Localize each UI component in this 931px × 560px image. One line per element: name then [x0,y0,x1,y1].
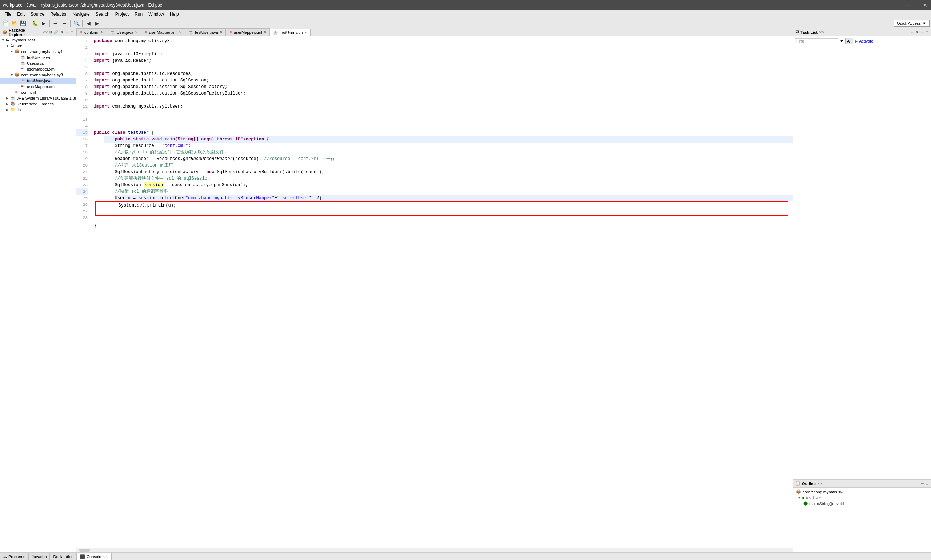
java-active-icon: ☕ [20,78,26,83]
tab-user-java[interactable]: ☕ User.java ✕ [107,28,141,35]
tab-testuser-java-active[interactable]: ☕ testUser.java ✕ [270,29,311,36]
code-text-area[interactable]: package com.zhang.mybatis.sy3; import ja… [91,36,793,548]
tab-declaration[interactable]: Declaration [50,553,77,560]
toolbar-redo[interactable]: ↪ [60,19,68,27]
toolbar-search[interactable]: 🔍 [72,19,80,27]
package-tree: ▼ 🗂 mybatis_test ▼ 🗂 src ▼ 📦 com.zhang.m… [0,36,76,552]
tab-close-mapper2[interactable]: ✕ [264,30,266,34]
task-list-header: ☑ Task List ✕✕ + ▼ ─ □ [793,28,931,36]
lib-icon: 📚 [10,102,16,106]
xml-close-icon: ✴ [15,90,20,95]
xml-icon2: ✴ [20,84,26,89]
menu-bar: File Edit Source Refactor Navigate Searc… [0,10,931,18]
tab-close-test1[interactable]: ✕ [220,30,223,34]
tree-item-lib[interactable]: ▶ 📁 lib [0,107,76,113]
tree-item-sy3-testuser[interactable]: ☕ testUser.java [0,78,76,84]
tab-usermapper-xml[interactable]: ✴ userMapper.xml ✕ [141,28,185,35]
horizontal-scrollbar[interactable] [76,548,793,552]
outline-class[interactable]: ▼ ● testUser [795,495,929,501]
tree-item-sy3-mapper[interactable]: ✴ userMapper.xml [0,84,76,89]
tab-console[interactable]: ⬛ Console ✕✕ [77,553,112,560]
collapse-all-button[interactable]: ⊟ [48,30,52,35]
tree-item-sy3-package[interactable]: ▼ 📦 com.zhang.mybatis.sy3 [0,72,76,78]
tree-item-sy1-mapper[interactable]: ✴ userMapper.xml [0,66,76,72]
outline-package[interactable]: 📦 com.zhang.mybatis.sy3 [795,489,929,495]
tree-item-referenced-libs[interactable]: ▶ 📚 Referenced Libraries [0,101,76,107]
toolbar-prev[interactable]: ◀ [85,19,92,27]
tree-item-jre[interactable]: ▶ ☕ JRE System Library [JavaSE-1.8] [0,95,76,101]
toolbar-run[interactable]: ▶ [40,19,48,27]
tab-usermapper-xml-2[interactable]: ✴ userMapper.xml ✕ [226,28,270,35]
maximize-button[interactable]: □ [914,2,919,8]
tree-item-src[interactable]: ▼ 🗂 src [0,43,76,49]
menu-edit[interactable]: Edit [14,11,28,17]
menu-file[interactable]: File [2,11,14,17]
outline-maximize-btn[interactable]: □ [925,481,929,486]
tab-close-user[interactable]: ✕ [135,30,138,34]
bottom-area: ⚠ Problems Javadoc Declaration ⬛ Console… [0,552,931,560]
console-icon: ⬛ [80,554,85,559]
toolbar-debug[interactable]: 🐛 [31,19,39,27]
tab-close-test2[interactable]: ✕ [305,31,307,35]
toolbar: 📄 📂 💾 🐛 ▶ ↩ ↪ 🔍 ◀ ▶ Quick Access ▼ [0,18,931,28]
menu-navigate[interactable]: Navigate [69,11,92,17]
menu-search[interactable]: Search [93,11,112,17]
package-icon2: 📦 [15,72,20,77]
minimize-button[interactable]: ─ [905,2,911,8]
tree-item-user-java[interactable]: ☕ User.java [0,60,76,66]
tree-arrow: ▶ [6,96,10,100]
quick-access-icon: ▼ [922,21,926,25]
maximize-panel-button[interactable]: □ [70,30,74,35]
toolbar-undo[interactable]: ↩ [52,19,60,27]
xml-icon: ✴ [20,66,26,72]
tree-item-mybatis-test[interactable]: ▼ 🗂 mybatis_test [0,37,76,43]
project-icon: 🗂 [6,37,12,43]
outline-minimize-btn[interactable]: ─ [920,481,925,486]
tab-conf-xml[interactable]: ✴ conf.xml ✕ [76,28,107,35]
toolbar-new[interactable]: 📄 [2,19,9,27]
tree-arrow: ▶ [6,108,10,112]
code-editor[interactable]: 1 2 3 4 5 6 7 8 9 10 11 12 13 14 15 16 1 [76,36,793,552]
tree-arrow: ▼ [6,44,10,48]
task-find-input[interactable] [795,38,838,44]
tree-item-conf-xml[interactable]: ✴ conf.xml [0,89,76,95]
main-layout: 📦 Package Explorer ✕✕ ⊟ 🔗 ▼ ─ □ ▼ 🗂 myba… [0,28,931,552]
task-all-label[interactable]: All [845,38,853,45]
toolbar-open[interactable]: 📂 [10,19,18,27]
menu-refactor[interactable]: Refactor [47,11,69,17]
java-file-icon2: ☕ [20,61,26,66]
tab-icon4: ☕ [188,30,194,35]
task-activate-label[interactable]: Activate... [859,39,876,43]
menu-source[interactable]: Source [28,11,47,17]
quick-access-bar[interactable]: Quick Access ▼ [894,20,929,26]
outline-method[interactable]: ⬤ main(String[]) : void [795,501,929,506]
tab-problems[interactable]: ⚠ Problems [0,553,28,560]
tab-close-mapper[interactable]: ✕ [179,30,182,34]
tab-close-conf[interactable]: ✕ [101,30,104,34]
code-content: 1 2 3 4 5 6 7 8 9 10 11 12 13 14 15 16 1 [76,36,793,548]
outline-panel: 📋 Outline ✕✕ ─ □ 📦 com.zhang.mybatis.sy3 [793,479,931,552]
link-editor-button[interactable]: 🔗 [53,30,59,35]
menu-help[interactable]: Help [167,11,182,17]
tab-javadoc[interactable]: Javadoc [28,553,50,560]
title-text: workplace - Java - mybatis_test/src/com/… [3,3,162,8]
view-menu-button[interactable]: ▼ [60,30,65,35]
menu-project[interactable]: Project [112,11,132,17]
problems-icon: ⚠ [3,554,7,559]
menu-run[interactable]: Run [132,11,145,17]
toolbar-save[interactable]: 💾 [19,19,27,27]
task-new-btn[interactable]: + [910,30,914,35]
quick-access-label: Quick Access [897,21,921,25]
tree-item-sy1-testuser[interactable]: ☕ testUser.java [0,55,76,60]
tab-icon6: ☕ [273,30,278,35]
center-area: ✴ conf.xml ✕ ☕ User.java ✕ ✴ userMapper.… [76,28,793,552]
task-filter-btn[interactable]: ▼ [915,30,920,35]
toolbar-next[interactable]: ▶ [93,19,101,27]
tab-testuser-java-1[interactable]: ☕ testUser.java ✕ [185,28,226,35]
minimize-panel-button[interactable]: ─ [65,30,69,35]
task-minimize-btn[interactable]: ─ [920,30,925,35]
menu-window[interactable]: Window [145,11,167,17]
tree-item-sy1-package[interactable]: ▼ 📦 com.zhang.mybatis.sy1 [0,49,76,55]
close-button[interactable]: ✕ [922,2,928,8]
task-maximize-btn[interactable]: □ [925,30,929,35]
